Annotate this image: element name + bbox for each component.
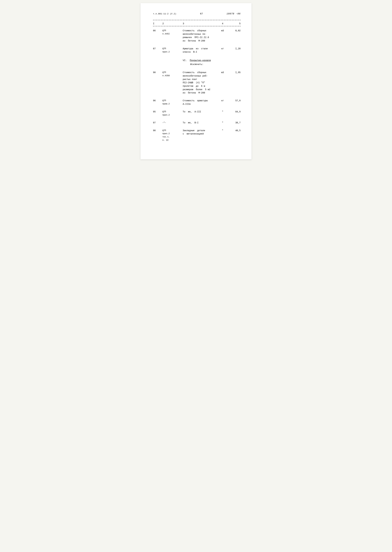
row-description: Закладные деталис металлизацией <box>181 129 217 136</box>
table-row: 98 ЦТП прил.2 тех.ч. п. 22 Закладные дет… <box>153 126 241 143</box>
top-divider <box>153 20 241 20</box>
row-description: Стоимость сборныхжелезобетонных реб-рист… <box>181 71 217 95</box>
col-header-5: 5 <box>228 22 241 25</box>
row-description: Стоимость арматурыА–IIIв <box>181 99 217 106</box>
row-value: 0,02 <box>228 29 241 32</box>
row-unit: ″ <box>217 110 228 114</box>
row-value: 57,0 <box>228 99 241 102</box>
table-row: 95 ЦТП прил.2 То же, А–III ″ 84,9 <box>153 108 241 118</box>
row-value: I,95 <box>228 71 241 74</box>
row-value: I,28 <box>228 47 241 50</box>
section-subtitle: Исключить: <box>190 63 203 66</box>
row-number: 87 <box>153 47 162 50</box>
row-unit: м3 <box>217 29 228 32</box>
table-row: 90 ЦТП п.4350 Стоимость сборныхжелезобет… <box>153 68 241 96</box>
page: т.п.801-11-2 (У.2) 67 18078 -06 I 2 3 4 … <box>140 3 252 159</box>
section-header: VI. Покрытие–кровля <box>153 59 241 62</box>
column-headers: I 2 3 4 5 <box>153 22 241 26</box>
row-unit: ″ <box>217 121 228 124</box>
row-source: ЦТП прил.2 <box>162 110 181 117</box>
row-value: 84,9 <box>228 110 241 114</box>
row-source: ЦТП п.445I <box>162 29 181 36</box>
row-description: Стоимость сборныхжелезобетонных пе-ремыч… <box>181 29 217 43</box>
row-number: 96 <box>153 99 162 102</box>
section-subheader: Исключить: <box>153 63 241 66</box>
row-value: 38,7 <box>228 121 241 124</box>
table-row: 97 –"– То же, В–I ″ 38,7 <box>153 118 241 126</box>
row-unit: ″ <box>217 129 228 132</box>
row-source: ЦТП прил.2 тех.ч. п. 22 <box>162 129 181 142</box>
row-source: ЦТП прил.2 <box>162 47 181 54</box>
row-number: 90 <box>153 71 162 74</box>
row-unit: кг <box>217 99 228 102</box>
row-number: 97 <box>153 121 162 124</box>
page-header: т.п.801-11-2 (У.2) 67 18078 -06 <box>153 13 241 15</box>
row-value: 40,5 <box>228 129 241 132</box>
row-source: ЦТП п.4350 <box>162 71 181 78</box>
row-source: –"– <box>162 121 181 124</box>
row-description: То же, А–III <box>181 110 217 114</box>
table-row: 86 ЦТП п.445I Стоимость сборныхжелезобет… <box>153 26 241 44</box>
col-header-4: 4 <box>217 22 228 25</box>
col-header-1: I <box>153 22 162 25</box>
row-unit: кг <box>217 47 228 50</box>
row-description: То же, В–I <box>181 121 217 125</box>
header-right: 18078 -06 <box>226 13 241 15</box>
header-left: т.п.801-11-2 (У.2) <box>153 13 176 15</box>
row-source: ЦТП прим.2 <box>162 99 181 106</box>
row-number: 95 <box>153 110 162 114</box>
col-header-2: 2 <box>162 22 181 25</box>
row-description: Арматура из сталикласса В–I <box>181 47 217 54</box>
header-center: 67 <box>200 13 203 15</box>
col-header-3: 3 <box>181 22 217 25</box>
section-title: VI. Покрытие–кровля <box>183 59 211 62</box>
table-row: 96 ЦТП прим.2 Стоимость арматурыА–IIIв к… <box>153 96 241 108</box>
row-unit: м3 <box>217 71 228 74</box>
row-number: 86 <box>153 29 162 32</box>
table-row: 87 ЦТП прил.2 Арматура из сталикласса В–… <box>153 44 241 55</box>
row-number: 98 <box>153 129 162 132</box>
